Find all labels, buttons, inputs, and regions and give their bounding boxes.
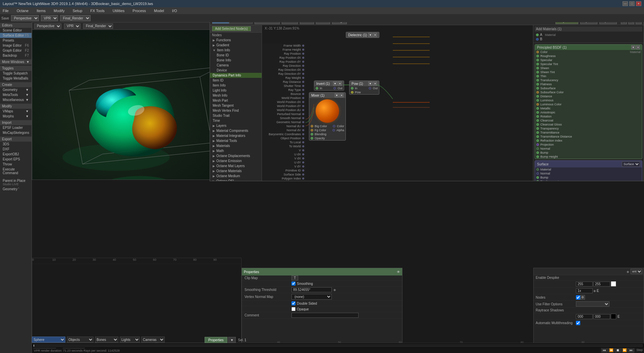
node-canvas[interactable]: Add Selected Node(s) Nodes ▶ Functions ▶…: [210, 25, 644, 181]
timeline-track-area[interactable]: 0 10 20 30 40 50 60 70 80 90: [32, 343, 644, 348]
sidebar-item-exporteps[interactable]: Export EPS: [0, 157, 32, 162]
sidebar-item-surface-editor[interactable]: Surface Editor F5: [0, 33, 32, 38]
sidebar-item-morphs[interactable]: Morphs ▼: [0, 114, 32, 119]
surface-node[interactable]: Surface Surface Material Normal Bump Dis…: [535, 160, 642, 181]
rp-toggle-icon[interactable]: ◈: [627, 270, 629, 273]
toolbar-render-dropdown[interactable]: Final_Render: [60, 15, 91, 21]
clip-map-button[interactable]: T: [291, 275, 298, 281]
pbsdf-close[interactable]: ✕: [636, 45, 640, 49]
node-tree-device[interactable]: Device: [210, 68, 262, 73]
rp-g-zero[interactable]: [593, 314, 610, 319]
maximize-button[interactable]: □: [629, 1, 635, 6]
node-tree-material-components[interactable]: ▶ Material Components: [210, 128, 262, 133]
properties-expand-button[interactable]: ▼: [228, 337, 236, 343]
sidebar-item-geometry[interactable]: Geometry ▼: [0, 87, 32, 92]
timeline-next-button[interactable]: ⏩: [622, 348, 628, 352]
node-tree-material-tools[interactable]: ▶ Material Tools: [210, 138, 262, 143]
pow-node-expand[interactable]: ▼: [368, 82, 372, 86]
sidebar-item-exportobj[interactable]: ExportOBJ: [0, 152, 32, 157]
sidebar-item-mocap[interactable]: MoCapSkelegons: [0, 130, 32, 135]
objects-dropdown[interactable]: Objects: [67, 337, 94, 343]
node-tree-bone-info[interactable]: Bone Info: [210, 58, 262, 63]
node-tree-mesh-tangent[interactable]: Mesh Tangent: [210, 103, 262, 108]
sidebar-create-header[interactable]: Create: [0, 82, 32, 87]
mixer-node[interactable]: Mixer (1) ▼ ✕ Big Color Color Fg Color: [309, 92, 346, 141]
sidebar-item-geometry-quote[interactable]: Geometry ': [0, 187, 32, 192]
node-tree-dynamics-part-info[interactable]: Dynamics Part Info: [210, 73, 262, 78]
smoothing-checkbox[interactable]: [291, 282, 296, 286]
node-tree-bone-id[interactable]: Bone ID: [210, 53, 262, 58]
comment-input[interactable]: [291, 313, 359, 318]
node-connections-area[interactable]: X:-31 Y:138 Zoom:91% Frame Width Frame H…: [262, 25, 533, 181]
rp-filter-dropdown[interactable]: [576, 301, 609, 307]
menu-fxtools[interactable]: FX Tools: [89, 9, 106, 13]
invert-node-expand[interactable]: ▼: [333, 82, 337, 86]
smoothing-threshold-input[interactable]: [291, 287, 332, 292]
node-tree-mesh-vertex-find[interactable]: Mesh Vertex Find: [210, 108, 262, 113]
vertex-normal-map-dropdown[interactable]: (none): [291, 294, 332, 300]
node-tree-light-info[interactable]: Light Info: [210, 88, 262, 93]
node-tree-item-id[interactable]: Item ID: [210, 78, 262, 83]
node-tree-materials[interactable]: ▶ Materials: [210, 143, 262, 148]
sidebar-editors-header[interactable]: Editors: [0, 23, 32, 28]
properties-button[interactable]: Properties: [205, 337, 227, 343]
toolbar-vpr-dropdown[interactable]: VPR: [41, 15, 58, 21]
node-tree-nodes-header[interactable]: Nodes: [210, 33, 262, 38]
timeline-track[interactable]: 0 10 20 30 40 50 60 70 80 90: [33, 344, 643, 347]
sidebar-export-header[interactable]: Export: [0, 137, 32, 142]
sidebar-item-vmaps[interactable]: VMaps ▼: [0, 109, 32, 114]
rp-nodes-extra-btn[interactable]: ⚙: [580, 295, 585, 300]
sidebar-item-dxf[interactable]: DXF: [0, 147, 32, 152]
rp-dropdown[interactable]: ent: [631, 269, 642, 274]
invert-node[interactable]: Invert (1) ▼ ✕ In Out: [314, 81, 344, 91]
menu-modify[interactable]: Modify: [52, 9, 66, 13]
sidebar-item-graph-editor[interactable]: Graph Editor F2: [0, 48, 32, 53]
pbsdf-node[interactable]: Principled BSDF (1) ▼ ✕ ColorMaterial Ro…: [535, 44, 642, 159]
viewport-vpr-dropdown[interactable]: VPR: [64, 23, 80, 29]
menu-setup[interactable]: Setup: [71, 9, 84, 13]
dielectric-node[interactable]: Dielectric (1) ▼ ✕: [346, 32, 379, 38]
node-tree-mesh-part[interactable]: Mesh Part: [210, 98, 262, 103]
smoothing-threshold-animate[interactable]: ◈: [333, 288, 336, 292]
rp-g-input[interactable]: [593, 282, 610, 287]
rp-multithreading-checkbox[interactable]: [576, 321, 580, 325]
pow-node-close[interactable]: ✕: [373, 82, 377, 86]
node-tree-camera[interactable]: Camera: [210, 63, 262, 68]
invert-node-close[interactable]: ✕: [338, 82, 342, 86]
sidebar-item-3ds[interactable]: 3DS: [0, 142, 32, 147]
node-tree-gradient[interactable]: ▶ Gradient: [210, 43, 262, 48]
viewport-render-dropdown[interactable]: Final_Render: [83, 23, 113, 29]
pbsdf-expand[interactable]: ▼: [631, 45, 635, 49]
pow-node[interactable]: Pow (1) ▼ ✕ In Out Pow: [349, 81, 379, 95]
timeline-play-button[interactable]: ⏹: [615, 348, 621, 352]
add-selected-node-button[interactable]: Add Selected Node(s): [212, 26, 251, 31]
rp-animate-icon[interactable]: ◈: [593, 289, 596, 293]
rp-color-swatch-black[interactable]: [611, 314, 616, 319]
toolbar-view-dropdown[interactable]: Perspective: [11, 15, 39, 21]
menu-io[interactable]: I/O: [171, 9, 178, 13]
sidebar-item-throw[interactable]: Throw: [0, 162, 32, 167]
node-tree-functions[interactable]: ▶ Functions: [210, 38, 262, 43]
sidebar-import-header[interactable]: Import: [0, 120, 32, 125]
timeline-end-button[interactable]: ⏭: [628, 348, 634, 352]
node-tree-item-info2[interactable]: Item Info: [210, 83, 262, 88]
sidebar-item-toggle-subpatch[interactable]: Toggle Subpatch: [0, 71, 32, 76]
sidebar-item-miscellaneous[interactable]: Miscellaneous ▼: [0, 97, 32, 102]
node-tree-octane-osl[interactable]: ▶ Octane OSL: [210, 179, 262, 181]
sidebar-item-execute[interactable]: Execute Command: [0, 167, 32, 175]
node-tree-octane-displacements[interactable]: ▶ Octane Displacements: [210, 153, 262, 158]
node-tree-octane-medium[interactable]: ▶ Octane Medium: [210, 173, 262, 179]
node-tree-octane-materials[interactable]: ▶ Octane Materials: [210, 168, 262, 173]
node-tree-item-info[interactable]: ▼ Item Info: [210, 48, 262, 53]
sidebar-item-parent-in-place[interactable]: Parent in Place Studio LIVE: [0, 178, 32, 187]
menu-process[interactable]: Process: [131, 9, 147, 13]
dielectric-expand[interactable]: ▼: [368, 33, 372, 37]
node-tree-octane-emission[interactable]: ▶ Octane Emission: [210, 158, 262, 163]
close-button[interactable]: ✕: [636, 1, 641, 6]
mixer-node-close[interactable]: ✕: [339, 93, 343, 97]
node-tree-mesh-info[interactable]: Mesh Info: [210, 93, 262, 98]
cameras-dropdown[interactable]: Cameras: [141, 337, 165, 343]
timeline-prev-button[interactable]: ⏪: [608, 348, 614, 352]
rp-color-swatch[interactable]: [611, 281, 616, 287]
menu-items[interactable]: Items: [35, 9, 47, 13]
